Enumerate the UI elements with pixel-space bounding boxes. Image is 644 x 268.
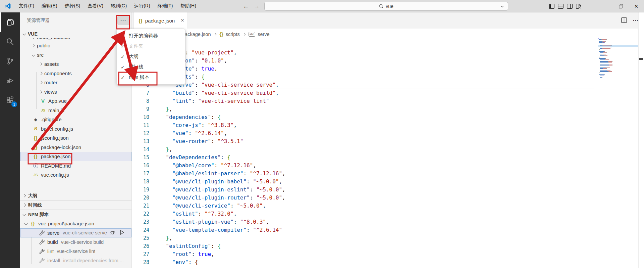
tree-item[interactable]: iREADME.md (20, 161, 131, 171)
minimize-button[interactable]: – (598, 0, 613, 12)
tab-close-icon[interactable]: × (181, 17, 184, 24)
tree-item[interactable]: Bbabel.config.js (20, 124, 131, 134)
tree-item-label: App.vue (48, 98, 67, 104)
code-line[interactable]: 9 }, (132, 105, 644, 113)
tree-item[interactable]: ◆.gitignore (20, 115, 131, 124)
menubar-item[interactable]: 文件(F) (15, 0, 38, 12)
tree-item-label: .gitignore (41, 117, 62, 122)
code-line[interactable]: 1{ (132, 41, 644, 49)
menubar-item[interactable]: 转到(G) (107, 0, 130, 12)
code-line[interactable]: 6 "serve": "vue-cli-service serve", (132, 81, 644, 89)
code-line[interactable]: 13 "vue-router": "^3.5.1" (132, 137, 644, 145)
npm-scripts-section-header[interactable]: NPM 脚本 (20, 210, 131, 219)
menu-item-打开的编辑器[interactable]: 打开的编辑器 (117, 31, 185, 41)
timeline-section-header[interactable]: 时间线 (20, 200, 131, 210)
tree-item[interactable]: components (20, 69, 131, 78)
menu-item-文件夹[interactable]: ✓文件夹 (117, 41, 185, 51)
npm-script-label: build (47, 239, 58, 245)
menubar-item[interactable]: 选择(S) (61, 0, 84, 12)
code-line[interactable]: 17 "@babel/eslint-parser": "^7.12.16", (132, 170, 644, 178)
menu-item-大纲[interactable]: ✓大纲 (117, 51, 185, 62)
activity-search-icon[interactable] (0, 32, 20, 51)
tab-package-json[interactable]: {} package.json × (133, 12, 188, 29)
menubar-item[interactable]: 查看(V) (84, 0, 107, 12)
code-area[interactable]: 1{2 "name": "vue-project",3 "version": "… (132, 41, 644, 268)
npm-script-lint[interactable]: lintvue-cli-service lint (20, 247, 131, 256)
activity-explorer-icon[interactable] (0, 12, 20, 32)
overview-ruler[interactable] (638, 12, 644, 268)
views-more-actions-button[interactable]: ··· (117, 16, 129, 25)
code-line[interactable]: 19 "@vue/cli-plugin-eslint": "~5.0.0", (132, 186, 644, 194)
tree-item[interactable]: VApp.vue (20, 96, 131, 106)
close-button[interactable]: ✕ (629, 0, 644, 12)
debug-script-icon[interactable] (109, 229, 115, 236)
code-line[interactable]: 5 "scripts": { (132, 73, 644, 81)
tree-item[interactable]: {}jsconfig.json (20, 133, 131, 143)
code-line[interactable]: 28 "env": { (132, 258, 644, 266)
minimap[interactable] (598, 38, 638, 78)
code-line[interactable]: 27 "root": true, (132, 250, 644, 258)
code-line[interactable]: 10 "dependencies": { (132, 113, 644, 121)
tree-item[interactable]: src (20, 50, 131, 60)
chevron-down-icon[interactable] (500, 4, 504, 10)
code-line[interactable]: 20 "@vue/cli-plugin-router": "~5.0.0", (132, 194, 644, 202)
activity-source-control-icon[interactable] (0, 51, 20, 71)
tree-item[interactable]: JSvue.config.js (20, 170, 131, 180)
activity-extensions-icon[interactable]: 1 (0, 90, 20, 110)
code-line[interactable]: 16 "@babel/core": "^7.12.16", (132, 162, 644, 170)
breadcrumb-file[interactable]: package.json (182, 32, 211, 37)
npm-script-build[interactable]: buildvue-cli-service build (20, 237, 131, 247)
npm-root-item[interactable]: {}vue-project\package.json (20, 219, 131, 228)
tree-item[interactable]: public (20, 41, 131, 50)
menu-item-npm 脚本[interactable]: ✓npm 脚本 (117, 72, 185, 83)
back-arrow-icon[interactable]: ← (243, 3, 249, 10)
code-line[interactable]: 26 "eslintConfig": { (132, 242, 644, 250)
menubar-item[interactable]: 编辑(E) (38, 0, 61, 12)
breadcrumb-serve[interactable]: serve (258, 32, 269, 37)
run-script-icon[interactable] (119, 229, 125, 236)
split-editor-icon[interactable] (621, 17, 627, 24)
breadcrumb-scripts[interactable]: scripts (226, 32, 240, 37)
menubar-item[interactable]: 运行(R) (130, 0, 154, 12)
restore-button[interactable] (613, 0, 629, 12)
tree-item[interactable]: views (20, 87, 131, 97)
toggle-panel-icon[interactable] (558, 4, 564, 9)
customize-layout-icon[interactable] (576, 4, 581, 9)
tree-item[interactable]: router (20, 78, 131, 87)
code-line[interactable]: 14 }, (132, 145, 644, 153)
toggle-secondary-sidebar-icon[interactable] (567, 4, 573, 9)
activity-run-debug-icon[interactable] (0, 71, 20, 90)
tree-item[interactable]: {}package-lock.json (20, 143, 131, 152)
code-line[interactable]: 11 "core-js": "^3.8.3", (132, 121, 644, 129)
code-line[interactable]: 7 "build": "vue-cli-service build", (132, 89, 644, 97)
toggle-sidebar-icon[interactable] (549, 4, 554, 9)
command-center-search[interactable]: vue (264, 2, 508, 11)
project-section-header[interactable]: VUE (20, 30, 131, 38)
code-line[interactable]: 2 "name": "vue-project", (132, 49, 644, 57)
code-line[interactable]: 18 "@vue/cli-plugin-babel": "~5.0.0", (132, 178, 644, 186)
menubar-item[interactable]: 终端(T) (154, 0, 177, 12)
tree-item-label: README.md (41, 163, 71, 169)
code-line[interactable]: 23 "eslint-plugin-vue": "^8.0.3", (132, 218, 644, 226)
npm-script-install[interactable]: installinstall dependencies from ... (20, 256, 131, 265)
tree-item[interactable]: {}package.json (20, 152, 131, 161)
code-line[interactable]: 21 "@vue/cli-service": "~5.0.0", (132, 202, 644, 210)
code-line[interactable]: 25 }, (132, 234, 644, 242)
code-line[interactable]: 15 "devDependencies": { (132, 153, 644, 162)
menubar-item[interactable]: 帮助(H) (176, 0, 200, 12)
menu-item-时间线[interactable]: ✓时间线 (117, 62, 185, 72)
outline-section-header[interactable]: 大纲 (20, 191, 131, 200)
chevron-right-icon (39, 90, 43, 93)
code-line[interactable]: 4 "private": true, (132, 65, 644, 73)
npm-script-serve[interactable]: servevue-cli-service serve (20, 228, 131, 238)
more-actions-icon[interactable]: ··· (633, 18, 639, 23)
code-line[interactable]: 3 "version": "0.1.0", (132, 57, 644, 65)
code-line[interactable]: 12 "vue": "^2.6.14", (132, 129, 644, 137)
tree-item-label: babel.config.js (41, 126, 73, 132)
code-line[interactable]: 8 "lint": "vue-cli-service lint" (132, 97, 644, 105)
tree-item[interactable]: JSmain.js (20, 106, 131, 115)
code-line[interactable]: 22 "eslint": "^7.32.0", (132, 210, 644, 218)
tree-item[interactable]: assets (20, 59, 131, 69)
code-line[interactable]: 24 "vue-template-compiler": "^2.6.14" (132, 226, 644, 234)
checkmark-icon: ✓ (121, 44, 125, 49)
